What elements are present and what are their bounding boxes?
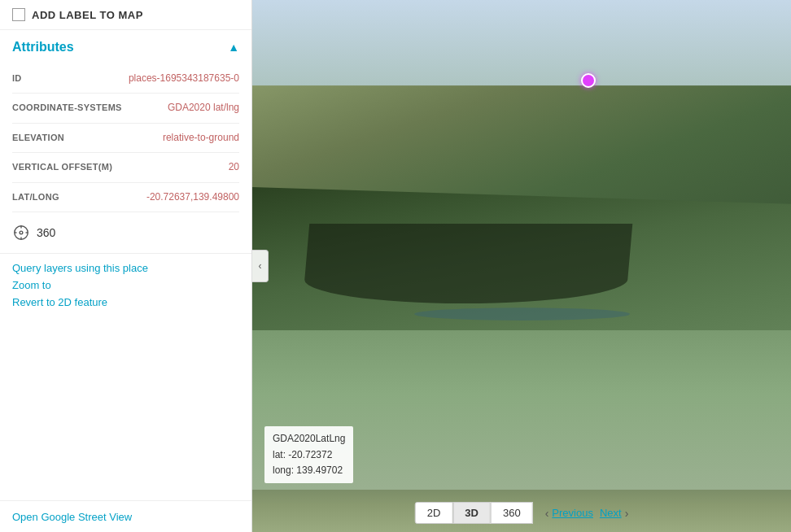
overlay-line3: long: 139.49702 (273, 463, 345, 478)
svg-point-1 (20, 231, 23, 234)
attr-label-2: ELEVATION (12, 132, 85, 144)
add-label-row[interactable]: ADD LABEL TO MAP (0, 0, 251, 30)
view-360-button[interactable]: 360 (491, 502, 533, 524)
attr-row-1: COORDINATE-SYSTEMSGDA2020 lat/lng (12, 94, 239, 123)
collapse-panel-button[interactable]: ‹ (252, 250, 269, 282)
overlay-line2: lat: -20.72372 (273, 447, 345, 463)
add-label-text: ADD LABEL TO MAP (32, 9, 143, 21)
terrain-dark-patch (303, 224, 633, 303)
query-layers-link[interactable]: Query layers using this place (12, 262, 239, 274)
prev-arrow-icon[interactable]: ‹ (545, 507, 549, 520)
revert-2d-link[interactable]: Revert to 2D feature (12, 296, 239, 308)
overlay-line1: GDA2020LatLng (273, 431, 345, 447)
links-section: Query layers using this place Zoom to Re… (0, 254, 251, 316)
attr-row-2: ELEVATIONrelative-to-ground (12, 124, 239, 153)
location-marker (581, 73, 596, 88)
google-streetview-link[interactable]: Open Google Street View (12, 511, 132, 523)
attr-value-1: GDA2020 lat/lng (168, 102, 239, 113)
360-label: 360 (37, 226, 55, 239)
attr-value-2: relative-to-ground (163, 132, 239, 143)
next-button[interactable]: Next (600, 507, 622, 519)
map-panel: ‹ GDA2020LatLng lat: -20.72372 long: 139… (252, 0, 791, 532)
attr-label-3: VERTICAL OFFSET(M) (12, 161, 112, 173)
collapse-attributes-button[interactable]: ▲ (228, 41, 239, 54)
view-3d-button[interactable]: 3D (452, 502, 491, 524)
bottom-controls: 2D 3D 360 ‹ Previous Next › (415, 502, 629, 524)
previous-button[interactable]: Previous (552, 507, 593, 519)
left-panel: ADD LABEL TO MAP Attributes ▲ IDplaces-1… (0, 0, 252, 532)
nav-controls: ‹ Previous Next › (545, 507, 629, 520)
attributes-fields: IDplaces-1695343187635-0COORDINATE-SYSTE… (12, 64, 239, 212)
attr-value-0: places-1695343187635-0 (129, 72, 239, 84)
attr-row-3: VERTICAL OFFSET(M)20 (12, 153, 239, 182)
section-360[interactable]: 360 (0, 212, 251, 254)
attr-value-3: 20 (229, 161, 239, 172)
attributes-section: Attributes ▲ IDplaces-1695343187635-0COO… (0, 30, 251, 212)
attr-label-1: COORDINATE-SYSTEMS (12, 102, 122, 114)
view-2d-button[interactable]: 2D (415, 502, 453, 524)
attr-row-0: IDplaces-1695343187635-0 (12, 64, 239, 94)
attr-row-4: LAT/LONG-20.72637,139.49800 (12, 183, 239, 212)
add-label-checkbox[interactable] (12, 8, 25, 21)
attr-value-4: -20.72637,139.49800 (146, 191, 239, 203)
zoom-to-link[interactable]: Zoom to (12, 279, 239, 291)
attributes-title: Attributes (12, 40, 74, 55)
attr-label-4: LAT/LONG (12, 191, 85, 203)
next-arrow-icon[interactable]: › (625, 507, 629, 520)
attr-label-0: ID (12, 72, 85, 85)
360-compass-icon (12, 224, 30, 242)
attributes-header: Attributes ▲ (12, 40, 239, 55)
terrain-water (414, 307, 630, 321)
google-streetview-section: Open Google Street View (0, 500, 251, 532)
coordinate-overlay: GDA2020LatLng lat: -20.72372 long: 139.4… (264, 426, 353, 483)
